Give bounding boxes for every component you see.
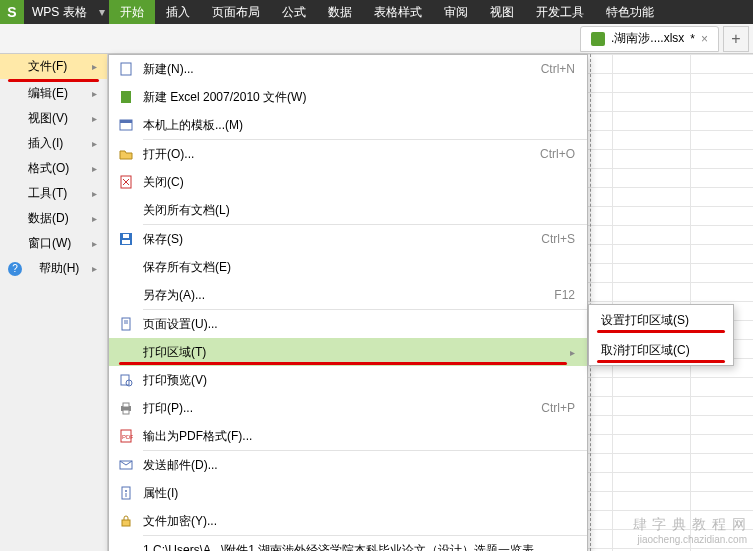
file-menu-item[interactable]: 打印区域(T)▸ xyxy=(109,338,587,366)
svg-rect-15 xyxy=(123,410,129,414)
menu-tab-视图[interactable]: 视图 xyxy=(479,0,525,24)
menu-item-label: 打开(O)... xyxy=(143,146,540,163)
menu-item-label: 打印区域(T) xyxy=(143,344,570,361)
sidebar-item-工具(T)[interactable]: 工具(T)▸ xyxy=(0,181,107,206)
file-menu-item[interactable]: 保存所有文档(E) xyxy=(109,253,587,281)
chevron-right-icon: ▸ xyxy=(92,263,97,274)
svg-rect-1 xyxy=(121,91,131,103)
file-menu-item[interactable]: 打印预览(V) xyxy=(109,366,587,394)
classic-menu-sidebar: 文件(F)▸编辑(E)▸视图(V)▸插入(I)▸格式(O)▸工具(T)▸数据(D… xyxy=(0,54,108,551)
xls-icon xyxy=(591,32,605,46)
file-menu-item[interactable]: 新建(N)...Ctrl+N xyxy=(109,55,587,83)
menu-tab-开发工具[interactable]: 开发工具 xyxy=(525,0,595,24)
sidebar-item-格式(O)[interactable]: 格式(O)▸ xyxy=(0,156,107,181)
file-menu-item[interactable]: 文件加密(Y)... xyxy=(109,507,587,535)
file-menu-item[interactable]: 保存(S)Ctrl+S xyxy=(109,225,587,253)
menu-tab-数据[interactable]: 数据 xyxy=(317,0,363,24)
sidebar-item-视图(V)[interactable]: 视图(V)▸ xyxy=(0,106,107,131)
xls-icon xyxy=(109,90,143,104)
file-menu-item[interactable]: 打印(P)...Ctrl+P xyxy=(109,394,587,422)
sidebar-item-编辑(E)[interactable]: 编辑(E)▸ xyxy=(0,81,107,106)
svg-rect-0 xyxy=(121,63,131,75)
submenu-item-label: 设置打印区域(S) xyxy=(601,312,689,329)
file-menu-item[interactable]: 页面设置(U)... xyxy=(109,310,587,338)
menu-item-label: 页面设置(U)... xyxy=(143,316,575,333)
page-break-line xyxy=(590,54,591,551)
open-icon xyxy=(109,147,143,161)
document-tab-label: .湖南涉....xlsx xyxy=(611,30,684,47)
app-logo: S xyxy=(0,0,24,24)
menu-tabs: 开始插入页面布局公式数据表格样式审阅视图开发工具特色功能 xyxy=(109,0,665,24)
file-menu-item[interactable]: 打开(O)...Ctrl+O xyxy=(109,140,587,168)
file-menu-item[interactable]: PDF输出为PDF格式(F)... xyxy=(109,422,587,450)
menu-tab-开始[interactable]: 开始 xyxy=(109,0,155,24)
submenu-item[interactable]: 取消打印区域(C) xyxy=(589,335,733,365)
document-tab[interactable]: .湖南涉....xlsx * × xyxy=(580,26,719,52)
highlight-underline xyxy=(597,330,725,333)
file-menu-item[interactable]: 关闭(C) xyxy=(109,168,587,196)
sidebar-item-label: 编辑(E) xyxy=(28,85,68,102)
close-icon xyxy=(109,175,143,189)
svg-point-20 xyxy=(125,490,127,492)
sidebar-item-label: 工具(T) xyxy=(28,185,67,202)
sidebar-item-窗口(W)[interactable]: 窗口(W)▸ xyxy=(0,231,107,256)
chevron-right-icon: ▸ xyxy=(92,188,97,199)
tpl-icon xyxy=(109,118,143,132)
menu-item-label: 另存为(A)... xyxy=(143,287,554,304)
menu-shortcut: Ctrl+N xyxy=(541,62,575,76)
pdf-icon: PDF xyxy=(109,429,143,443)
app-menu-chevron-icon[interactable]: ▾ xyxy=(95,5,109,19)
sidebar-item-文件(F)[interactable]: 文件(F)▸ xyxy=(0,54,107,79)
menu-shortcut: Ctrl+P xyxy=(541,401,575,415)
svg-rect-3 xyxy=(120,120,132,123)
add-tab-button[interactable]: + xyxy=(723,26,749,52)
menu-tab-插入[interactable]: 插入 xyxy=(155,0,201,24)
menu-item-label: 保存(S) xyxy=(143,231,541,248)
chevron-right-icon: ▸ xyxy=(92,113,97,124)
menu-item-label: 属性(I) xyxy=(143,485,575,502)
menu-tab-表格样式[interactable]: 表格样式 xyxy=(363,0,433,24)
save-icon xyxy=(109,232,143,246)
sidebar-item-数据(D)[interactable]: 数据(D)▸ xyxy=(0,206,107,231)
menu-item-label: 1 C:\Users\A...\附件1.湖南涉外经济学院本科毕业论文（设计）选题… xyxy=(143,542,575,552)
close-icon[interactable]: × xyxy=(701,32,708,46)
menu-item-label: 输出为PDF格式(F)... xyxy=(143,428,575,445)
highlight-underline xyxy=(597,360,725,363)
chevron-right-icon: ▸ xyxy=(92,238,97,249)
sidebar-item-label: 文件(F) xyxy=(28,58,67,75)
file-menu-item[interactable]: 本机上的模板...(M) xyxy=(109,111,587,139)
menu-tab-审阅[interactable]: 审阅 xyxy=(433,0,479,24)
menu-item-label: 打印预览(V) xyxy=(143,372,575,389)
menu-item-label: 打印(P)... xyxy=(143,400,541,417)
file-menu-item[interactable]: 1 C:\Users\A...\附件1.湖南涉外经济学院本科毕业论文（设计）选题… xyxy=(109,536,587,551)
file-menu-item[interactable]: 发送邮件(D)... xyxy=(109,451,587,479)
menu-item-label: 本机上的模板...(M) xyxy=(143,117,575,134)
menu-item-label: 文件加密(Y)... xyxy=(143,513,575,530)
file-menu-item[interactable]: 新建 Excel 2007/2010 文件(W) xyxy=(109,83,587,111)
mail-icon xyxy=(109,458,143,472)
menu-tab-公式[interactable]: 公式 xyxy=(271,0,317,24)
svg-rect-8 xyxy=(122,318,130,330)
file-menu-item[interactable]: 另存为(A)...F12 xyxy=(109,281,587,309)
help-icon: ? xyxy=(8,262,22,276)
menu-item-label: 关闭(C) xyxy=(143,174,575,191)
file-menu-item[interactable]: 属性(I) xyxy=(109,479,587,507)
sidebar-item-label: 格式(O) xyxy=(28,160,69,177)
svg-rect-7 xyxy=(123,234,129,238)
menu-shortcut: Ctrl+S xyxy=(541,232,575,246)
highlight-underline xyxy=(119,362,567,365)
menu-item-label: 保存所有文档(E) xyxy=(143,259,575,276)
sidebar-item-label: 窗口(W) xyxy=(28,235,71,252)
file-menu-item[interactable]: 关闭所有文档(L) xyxy=(109,196,587,224)
app-name: WPS 表格 xyxy=(24,4,95,21)
sidebar-item-插入(I)[interactable]: 插入(I)▸ xyxy=(0,131,107,156)
menu-shortcut: Ctrl+O xyxy=(540,147,575,161)
document-tab-strip: .湖南涉....xlsx * × + xyxy=(0,24,753,54)
svg-rect-14 xyxy=(123,403,129,407)
menu-tab-特色功能[interactable]: 特色功能 xyxy=(595,0,665,24)
chevron-right-icon: ▸ xyxy=(92,138,97,149)
chevron-right-icon: ▸ xyxy=(92,163,97,174)
sidebar-item-帮助(H)[interactable]: ?帮助(H)▸ xyxy=(0,256,107,281)
submenu-item[interactable]: 设置打印区域(S) xyxy=(589,305,733,335)
menu-tab-页面布局[interactable]: 页面布局 xyxy=(201,0,271,24)
